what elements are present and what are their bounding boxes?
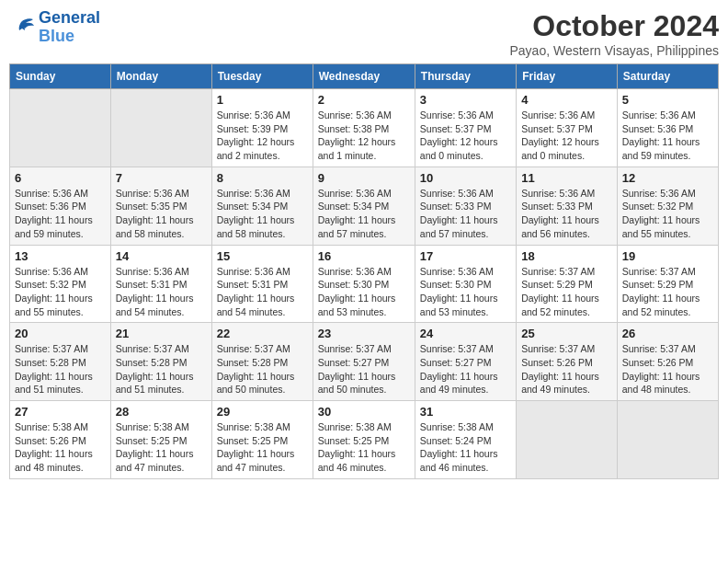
day-number: 16 bbox=[318, 249, 410, 263]
day-detail: Sunrise: 5:36 AMSunset: 5:37 PMDaylight:… bbox=[521, 109, 612, 163]
calendar-cell: 8Sunrise: 5:36 AMSunset: 5:34 PMDaylight… bbox=[211, 167, 313, 245]
col-header-sunday: Sunday bbox=[10, 64, 111, 89]
col-header-monday: Monday bbox=[110, 64, 211, 89]
calendar-cell: 14Sunrise: 5:36 AMSunset: 5:31 PMDayligh… bbox=[110, 245, 211, 323]
day-detail: Sunrise: 5:37 AMSunset: 5:28 PMDaylight:… bbox=[116, 342, 207, 396]
day-number: 19 bbox=[622, 249, 713, 263]
day-detail: Sunrise: 5:36 AMSunset: 5:36 PMDaylight:… bbox=[15, 187, 106, 241]
calendar-cell: 11Sunrise: 5:36 AMSunset: 5:33 PMDayligh… bbox=[517, 167, 618, 245]
calendar-cell: 17Sunrise: 5:36 AMSunset: 5:30 PMDayligh… bbox=[415, 245, 516, 323]
day-number: 31 bbox=[420, 405, 511, 419]
calendar-cell: 6Sunrise: 5:36 AMSunset: 5:36 PMDaylight… bbox=[10, 167, 111, 245]
calendar-cell: 15Sunrise: 5:36 AMSunset: 5:31 PMDayligh… bbox=[211, 245, 313, 323]
day-number: 18 bbox=[521, 249, 612, 263]
calendar-cell: 16Sunrise: 5:36 AMSunset: 5:30 PMDayligh… bbox=[313, 245, 415, 323]
day-detail: Sunrise: 5:36 AMSunset: 5:33 PMDaylight:… bbox=[521, 187, 612, 241]
page-header: General Blue October 2024 Payao, Western… bbox=[9, 9, 719, 58]
day-number: 11 bbox=[521, 171, 612, 185]
calendar-cell: 24Sunrise: 5:37 AMSunset: 5:27 PMDayligh… bbox=[415, 323, 516, 401]
day-detail: Sunrise: 5:37 AMSunset: 5:27 PMDaylight:… bbox=[318, 342, 410, 396]
day-detail: Sunrise: 5:38 AMSunset: 5:25 PMDaylight:… bbox=[116, 420, 207, 475]
calendar-cell: 26Sunrise: 5:37 AMSunset: 5:26 PMDayligh… bbox=[617, 323, 718, 401]
calendar-cell: 10Sunrise: 5:36 AMSunset: 5:33 PMDayligh… bbox=[415, 167, 516, 245]
day-number: 3 bbox=[420, 93, 511, 107]
calendar-cell: 1Sunrise: 5:36 AMSunset: 5:39 PMDaylight… bbox=[211, 89, 313, 167]
calendar-cell: 25Sunrise: 5:37 AMSunset: 5:26 PMDayligh… bbox=[517, 323, 618, 401]
calendar-cell: 13Sunrise: 5:36 AMSunset: 5:32 PMDayligh… bbox=[10, 245, 111, 323]
day-detail: Sunrise: 5:36 AMSunset: 5:30 PMDaylight:… bbox=[318, 265, 410, 319]
day-number: 25 bbox=[521, 327, 612, 340]
title-block: October 2024 Payao, Western Visayas, Phi… bbox=[510, 9, 720, 58]
location-subtitle: Payao, Western Visayas, Philippines bbox=[510, 43, 720, 58]
day-number: 8 bbox=[217, 171, 308, 185]
day-detail: Sunrise: 5:37 AMSunset: 5:27 PMDaylight:… bbox=[420, 342, 511, 396]
day-number: 20 bbox=[15, 327, 106, 340]
day-detail: Sunrise: 5:36 AMSunset: 5:36 PMDaylight:… bbox=[622, 109, 713, 163]
calendar-cell: 28Sunrise: 5:38 AMSunset: 5:25 PMDayligh… bbox=[110, 401, 211, 479]
col-header-wednesday: Wednesday bbox=[313, 64, 415, 89]
day-detail: Sunrise: 5:37 AMSunset: 5:29 PMDaylight:… bbox=[622, 265, 713, 319]
day-detail: Sunrise: 5:38 AMSunset: 5:25 PMDaylight:… bbox=[318, 420, 410, 475]
day-number: 17 bbox=[420, 249, 511, 263]
day-detail: Sunrise: 5:36 AMSunset: 5:38 PMDaylight:… bbox=[318, 109, 410, 163]
col-header-friday: Friday bbox=[517, 64, 618, 89]
day-detail: Sunrise: 5:37 AMSunset: 5:28 PMDaylight:… bbox=[15, 342, 106, 396]
calendar-cell: 27Sunrise: 5:38 AMSunset: 5:26 PMDayligh… bbox=[10, 401, 111, 479]
calendar-cell bbox=[10, 89, 111, 167]
calendar-cell: 9Sunrise: 5:36 AMSunset: 5:34 PMDaylight… bbox=[313, 167, 415, 245]
calendar-cell: 22Sunrise: 5:37 AMSunset: 5:28 PMDayligh… bbox=[211, 323, 313, 401]
day-detail: Sunrise: 5:38 AMSunset: 5:26 PMDaylight:… bbox=[15, 420, 106, 475]
calendar-cell bbox=[517, 401, 618, 479]
day-detail: Sunrise: 5:36 AMSunset: 5:34 PMDaylight:… bbox=[217, 187, 308, 241]
calendar-table: SundayMondayTuesdayWednesdayThursdayFrid… bbox=[9, 63, 719, 479]
day-detail: Sunrise: 5:36 AMSunset: 5:35 PMDaylight:… bbox=[116, 187, 207, 241]
calendar-cell: 20Sunrise: 5:37 AMSunset: 5:28 PMDayligh… bbox=[10, 323, 111, 401]
day-detail: Sunrise: 5:37 AMSunset: 5:28 PMDaylight:… bbox=[217, 342, 308, 396]
calendar-cell bbox=[617, 401, 718, 479]
day-detail: Sunrise: 5:36 AMSunset: 5:34 PMDaylight:… bbox=[318, 187, 410, 241]
day-detail: Sunrise: 5:36 AMSunset: 5:39 PMDaylight:… bbox=[217, 109, 308, 163]
day-number: 7 bbox=[116, 171, 207, 185]
month-title: October 2024 bbox=[510, 9, 720, 43]
calendar-cell: 30Sunrise: 5:38 AMSunset: 5:25 PMDayligh… bbox=[313, 401, 415, 479]
day-number: 5 bbox=[622, 93, 713, 107]
day-number: 27 bbox=[15, 405, 106, 419]
day-number: 24 bbox=[420, 327, 511, 340]
calendar-cell: 2Sunrise: 5:36 AMSunset: 5:38 PMDaylight… bbox=[313, 89, 415, 167]
day-number: 4 bbox=[521, 93, 612, 107]
day-detail: Sunrise: 5:36 AMSunset: 5:31 PMDaylight:… bbox=[116, 265, 207, 319]
day-detail: Sunrise: 5:36 AMSunset: 5:31 PMDaylight:… bbox=[217, 265, 308, 319]
day-detail: Sunrise: 5:37 AMSunset: 5:26 PMDaylight:… bbox=[521, 342, 612, 396]
day-number: 13 bbox=[15, 249, 106, 263]
day-number: 21 bbox=[116, 327, 207, 340]
col-header-tuesday: Tuesday bbox=[211, 64, 313, 89]
day-number: 29 bbox=[217, 405, 308, 419]
logo: General Blue bbox=[9, 9, 100, 46]
day-detail: Sunrise: 5:36 AMSunset: 5:33 PMDaylight:… bbox=[420, 187, 511, 241]
day-number: 26 bbox=[622, 327, 713, 340]
day-number: 15 bbox=[217, 249, 308, 263]
day-detail: Sunrise: 5:38 AMSunset: 5:25 PMDaylight:… bbox=[217, 420, 308, 475]
calendar-cell: 21Sunrise: 5:37 AMSunset: 5:28 PMDayligh… bbox=[110, 323, 211, 401]
day-number: 22 bbox=[217, 327, 308, 340]
day-detail: Sunrise: 5:38 AMSunset: 5:24 PMDaylight:… bbox=[420, 420, 511, 475]
calendar-cell: 12Sunrise: 5:36 AMSunset: 5:32 PMDayligh… bbox=[617, 167, 718, 245]
day-number: 2 bbox=[318, 93, 410, 107]
calendar-cell: 4Sunrise: 5:36 AMSunset: 5:37 PMDaylight… bbox=[517, 89, 618, 167]
calendar-cell: 31Sunrise: 5:38 AMSunset: 5:24 PMDayligh… bbox=[415, 401, 516, 479]
col-header-saturday: Saturday bbox=[617, 64, 718, 89]
day-detail: Sunrise: 5:36 AMSunset: 5:30 PMDaylight:… bbox=[420, 265, 511, 319]
day-detail: Sunrise: 5:36 AMSunset: 5:37 PMDaylight:… bbox=[420, 109, 511, 163]
calendar-cell: 7Sunrise: 5:36 AMSunset: 5:35 PMDaylight… bbox=[110, 167, 211, 245]
calendar-cell: 19Sunrise: 5:37 AMSunset: 5:29 PMDayligh… bbox=[617, 245, 718, 323]
day-number: 6 bbox=[15, 171, 106, 185]
calendar-cell: 3Sunrise: 5:36 AMSunset: 5:37 PMDaylight… bbox=[415, 89, 516, 167]
logo-icon bbox=[9, 17, 35, 38]
day-number: 10 bbox=[420, 171, 511, 185]
calendar-cell bbox=[110, 89, 211, 167]
calendar-cell: 23Sunrise: 5:37 AMSunset: 5:27 PMDayligh… bbox=[313, 323, 415, 401]
day-number: 12 bbox=[622, 171, 713, 185]
day-number: 30 bbox=[318, 405, 410, 419]
day-detail: Sunrise: 5:37 AMSunset: 5:29 PMDaylight:… bbox=[521, 265, 612, 319]
logo-text: General Blue bbox=[39, 9, 100, 46]
